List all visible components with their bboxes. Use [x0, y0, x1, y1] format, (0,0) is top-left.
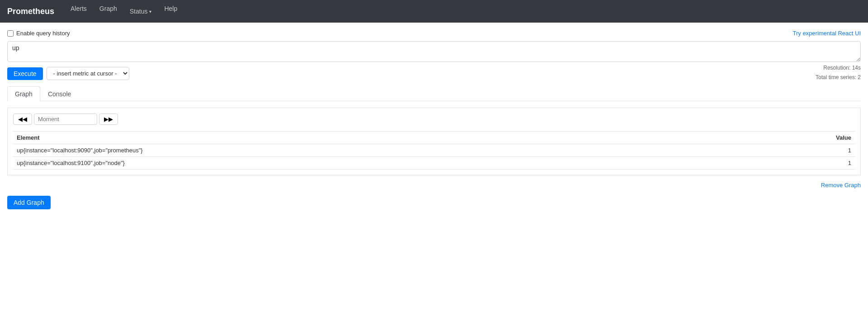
enable-query-history-label[interactable]: Enable query history	[7, 30, 70, 37]
add-graph-button[interactable]: Add Graph	[7, 196, 51, 209]
time-prev-button[interactable]: ◀◀	[13, 113, 32, 125]
navbar: Prometheus Alerts Graph Status ▾ Help	[0, 0, 868, 23]
time-next-button[interactable]: ▶▶	[99, 113, 118, 125]
table-row: up{instance="localhost:9090",job="promet…	[13, 144, 855, 157]
table-cell-element: up{instance="localhost:9090",job="promet…	[13, 144, 733, 157]
moment-input[interactable]	[34, 113, 97, 125]
total-series-stat: Total time series: 2	[816, 73, 861, 82]
col-header-element: Element	[13, 132, 733, 144]
chevron-down-icon: ▾	[149, 9, 151, 14]
enable-history-text: Enable query history	[16, 30, 70, 37]
query-input[interactable]: up	[7, 41, 861, 62]
top-bar: Enable query history Try experimental Re…	[7, 30, 861, 37]
execute-row: Execute - insert metric at cursor -	[7, 67, 861, 80]
tabs-container: Graph Console	[7, 86, 861, 101]
table-header-row: Element Value	[13, 132, 855, 144]
enable-query-history-checkbox[interactable]	[7, 30, 14, 37]
remove-graph-button[interactable]: Remove Graph	[821, 180, 861, 190]
table-cell-element: up{instance="localhost:9100",job="node"}	[13, 157, 733, 170]
nav-item-graph[interactable]: Graph	[94, 5, 123, 18]
table-body: up{instance="localhost:9090",job="promet…	[13, 144, 855, 170]
graph-section: ◀◀ ▶▶ Element Value up{instance="localho…	[7, 108, 861, 175]
results-table: Element Value up{instance="localhost:909…	[13, 131, 855, 170]
try-react-ui-link[interactable]: Try experimental React UI	[793, 30, 861, 37]
col-header-value: Value	[733, 132, 855, 144]
nav-item-help[interactable]: Help	[159, 5, 183, 18]
table-cell-value: 1	[733, 157, 855, 170]
table-cell-value: 1	[733, 144, 855, 157]
nav-link-help[interactable]: Help	[159, 2, 183, 15]
nav-item-status[interactable]: Status ▾	[124, 5, 157, 18]
table-row: up{instance="localhost:9100",job="node"}…	[13, 157, 855, 170]
query-container: up	[7, 41, 861, 63]
nav-links: Alerts Graph Status ▾ Help	[65, 5, 183, 18]
execute-button[interactable]: Execute	[7, 67, 43, 80]
nav-item-alerts[interactable]: Alerts	[65, 5, 92, 18]
time-controls: ◀◀ ▶▶	[13, 113, 855, 125]
tab-console[interactable]: Console	[40, 86, 79, 101]
table-header: Element Value	[13, 132, 855, 144]
nav-link-graph[interactable]: Graph	[94, 2, 123, 15]
resolution-stat: Resolution: 14s	[816, 63, 861, 72]
brand-logo[interactable]: Prometheus	[7, 7, 54, 16]
nav-link-status[interactable]: Status ▾	[124, 5, 157, 18]
nav-link-alerts[interactable]: Alerts	[65, 2, 92, 15]
metric-insert-select[interactable]: - insert metric at cursor -	[47, 67, 129, 80]
main-content: Enable query history Try experimental Re…	[0, 23, 868, 217]
remove-graph-row: Remove Graph	[7, 180, 861, 190]
tab-graph[interactable]: Graph	[7, 86, 40, 101]
